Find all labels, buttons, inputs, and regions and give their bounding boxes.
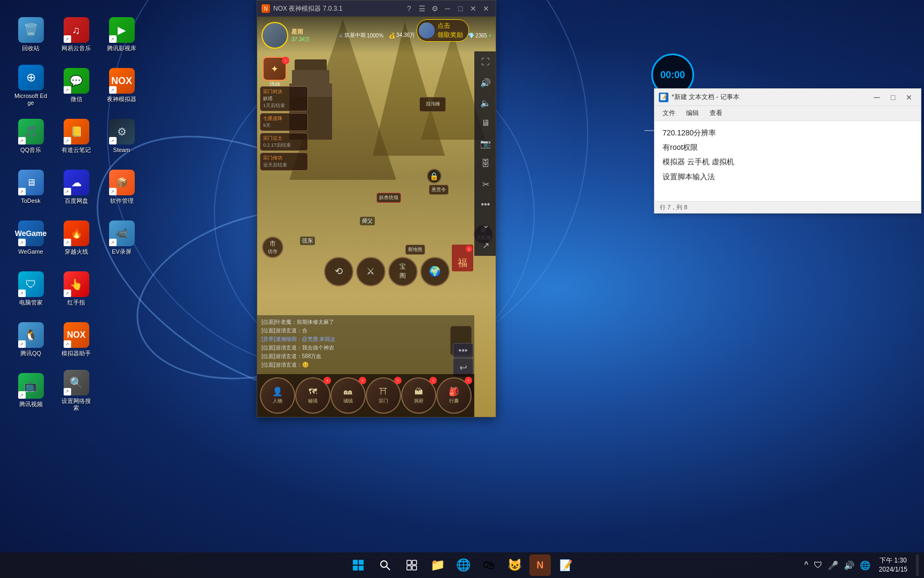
nox-help-button[interactable]: ? <box>404 3 414 14</box>
icon-tencent-qq[interactable]: 🐧 ↗ 腾讯QQ <box>11 316 51 364</box>
nox-taskbar-button[interactable]: N <box>529 554 551 576</box>
nox-extra-close[interactable]: ✕ <box>481 3 491 14</box>
bottom-btn-character[interactable]: 👤 人物 <box>260 377 295 414</box>
svg-rect-9 <box>412 566 417 570</box>
side-tool-cut[interactable]: ✂ <box>476 174 495 194</box>
nox-close-button[interactable]: ✕ <box>468 3 479 14</box>
icon-qq-music[interactable]: 🎵 ↗ QQ音乐 <box>11 112 51 161</box>
quest-node-2[interactable]: 七星连珠 9天 <box>260 113 308 131</box>
icon-baidu-cloud[interactable]: ☁ ↗ 百度网盘 <box>56 163 96 211</box>
bottom-btn-cave[interactable]: 🏔 洞府 ! <box>401 377 436 414</box>
tray-network[interactable]: 🌐 <box>859 559 872 572</box>
chat-more-button[interactable]: ••• <box>453 343 473 358</box>
icon-network-settings[interactable]: 🔍 ↗ 设置网络搜索 <box>56 367 96 415</box>
tray-show-hidden[interactable]: ^ <box>803 559 810 571</box>
store-taskbar-button[interactable]: 🛍 <box>478 554 499 576</box>
icon-edge[interactable]: ⊕ Microsoft Edge <box>11 62 51 110</box>
notepad-content[interactable]: 720.1280分辨率 有root权限 模拟器 云手机 虚拟机 设置脚本输入法 <box>654 121 921 201</box>
bottom-btn-sect[interactable]: ⛩ 宗门 ! <box>366 377 401 414</box>
icon-recycle-bin[interactable]: 🗑️ 回收站 <box>11 11 51 59</box>
side-tool-screen[interactable]: 🖥 <box>476 113 495 133</box>
start-button[interactable] <box>348 554 369 576</box>
icon-nox-emulator[interactable]: NOX ↗ 夜神模拟器 <box>102 62 142 110</box>
bottom-btn-secret[interactable]: 🗺 秘境 ! <box>295 377 330 414</box>
show-desktop-button[interactable] <box>916 554 919 576</box>
notepad-taskbar-button[interactable]: 📝 <box>555 554 576 576</box>
game-reward-banner[interactable]: 点击领取奖励 <box>417 19 469 42</box>
map-market[interactable]: 市 坊市 <box>262 237 283 258</box>
icon-tencent-video[interactable]: ▶ ↗ 腾讯影视库 <box>102 11 142 59</box>
game-area[interactable]: 星雨 37.34万 ⚔ 筑基中期 1000% 💰 34. <box>257 17 496 417</box>
map-node-reward[interactable]: 悬赏令 <box>429 185 449 195</box>
action-btn-1[interactable]: ⟲ <box>324 257 353 286</box>
notepad-status: 行 7，列 8 <box>660 203 687 211</box>
side-tool-archive[interactable]: 🗄 <box>476 154 495 173</box>
side-tool-arrow-down[interactable]: ⌄ <box>476 215 495 234</box>
icon-tencent-video2[interactable]: 📺 ↗ 腾讯视频 <box>11 367 51 415</box>
chat-line-1: [位面]叶老魔：前期体修太麻了 <box>261 318 470 326</box>
action-btn-2[interactable]: ⚔ <box>356 257 386 286</box>
icon-wechat[interactable]: 💬 ↗ 微信 <box>56 62 96 110</box>
notepad-menubar: 文件 编辑 查看 <box>654 106 921 121</box>
edge-taskbar-button[interactable]: 🌐 <box>452 554 474 576</box>
game-activity[interactable]: ✦ 活动 ! <box>260 57 289 88</box>
icon-youdao[interactable]: 📒 ↗ 有道云笔记 <box>56 112 96 161</box>
notepad-menu-view[interactable]: 查看 <box>704 107 728 120</box>
action-btn-4[interactable]: 🌍 <box>420 257 450 286</box>
nox-menu-button[interactable]: ☰ <box>417 3 427 14</box>
nox-settings-button[interactable]: ⚙ <box>429 3 440 14</box>
notepad-minimize[interactable]: ─ <box>869 90 884 105</box>
search-button[interactable] <box>373 554 397 576</box>
quest-node-4[interactable]: 宗门传功 业天后结束 <box>260 153 308 171</box>
action-buttons: ⟲ ⚔ 宝阁 🌍 <box>324 257 450 286</box>
side-tool-camera[interactable]: 📷 <box>476 134 495 153</box>
quest-node-3[interactable]: 宗门尘土 0.2.17后结束 <box>260 133 308 151</box>
icon-steam[interactable]: ⚙ ↗ Steam <box>102 112 142 161</box>
todesk-icon: 🖥 ↗ <box>18 170 44 195</box>
file-explorer-button[interactable]: 📁 <box>427 554 448 576</box>
side-tool-export[interactable]: ↗ <box>476 235 495 255</box>
tray-volume[interactable]: 🔊 <box>843 559 856 572</box>
action-btn-3[interactable]: 宝阁 <box>388 257 418 286</box>
system-clock[interactable]: 下午 1:30 2024/1/15 <box>876 555 911 575</box>
icon-wegame[interactable]: WeGame ↗ WeGame <box>11 214 51 262</box>
nox-minimize-button[interactable]: ─ <box>442 3 453 14</box>
side-tool-volume-up[interactable]: 🔊 <box>476 73 495 92</box>
task-view-button[interactable] <box>401 554 422 576</box>
notepad-close[interactable]: ✕ <box>902 90 917 105</box>
youdao-icon: 📒 ↗ <box>64 119 89 144</box>
svg-rect-6 <box>407 560 411 565</box>
map-node-bear[interactable]: 裂地熊 <box>405 245 425 255</box>
quest-node-1[interactable]: 宗门对决 妖塔 1天后结束 <box>260 86 308 111</box>
notepad-maximize[interactable]: □ <box>886 90 900 105</box>
tray-security[interactable]: 🛡 <box>813 559 823 571</box>
icon-nox-helper[interactable]: NOX ↗ 模拟器助手 <box>56 316 96 364</box>
side-tool-volume-down[interactable]: 🔈 <box>476 93 495 112</box>
map-node-chaos[interactable]: 混沌橋 <box>419 97 446 112</box>
side-tool-fullscreen[interactable]: ⛶ <box>476 52 495 72</box>
icon-todesk[interactable]: 🖥 ↗ ToDesk <box>11 163 51 211</box>
tray-mic[interactable]: 🎤 <box>827 559 840 572</box>
steam-icon: ⚙ ↗ <box>109 119 135 144</box>
side-tool-more[interactable]: ••• <box>476 195 495 214</box>
notepad-menu-file[interactable]: 文件 <box>657 107 681 120</box>
bottom-btn-town[interactable]: 🏘 城镇 ! <box>330 377 366 414</box>
fortune-icon[interactable]: 福 1 <box>452 245 473 271</box>
icon-redhand[interactable]: 👆 ↗ 红手指 <box>56 265 96 313</box>
qq-music-label: QQ音乐 <box>20 147 41 154</box>
shortcut-arrow: ↗ <box>18 239 26 246</box>
icon-software-mgr[interactable]: 📦 ↗ 软件管理 <box>102 163 142 211</box>
empty-slot-1 <box>102 265 142 313</box>
map-node-beast[interactable]: 妖兽统领 <box>376 193 401 203</box>
shortcut-arrow: ↗ <box>109 86 117 94</box>
chat-taskbar-button[interactable]: 😺 <box>504 554 525 576</box>
cultivation-value: 1000% <box>367 33 383 39</box>
nox-maximize-button[interactable]: □ <box>455 3 466 14</box>
icon-crossfire[interactable]: 🔥 ↗ 穿越火线 <box>56 214 96 262</box>
icon-netease-music[interactable]: ♫ ↗ 网易云音乐 <box>56 11 96 59</box>
bottom-btn-bag[interactable]: 🎒 行囊 ! <box>436 377 472 414</box>
icon-ev-recorder[interactable]: 📹 ↗ EV录屏 <box>102 214 142 262</box>
icon-pc-manager[interactable]: 🛡 ↗ 电脑管家 <box>11 265 51 313</box>
edge-icon: ⊕ <box>18 65 44 90</box>
notepad-menu-edit[interactable]: 编辑 <box>681 107 704 120</box>
